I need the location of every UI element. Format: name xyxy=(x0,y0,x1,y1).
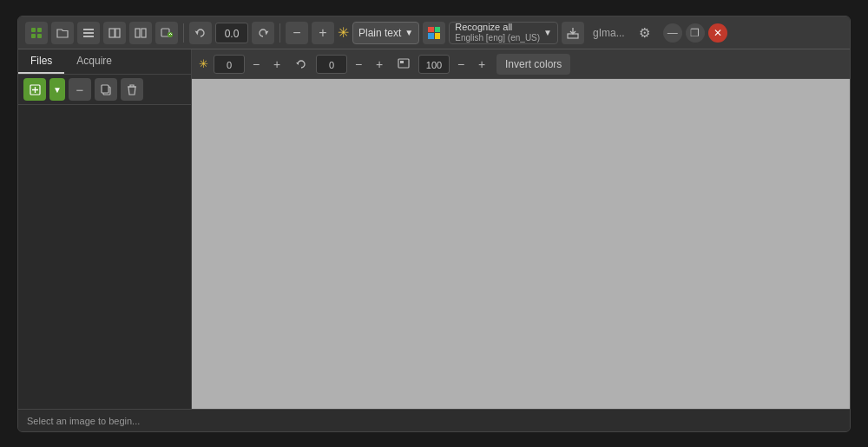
rotate-icon-btn[interactable] xyxy=(292,55,311,74)
dropdown-files-btn[interactable]: ▼ xyxy=(49,78,65,101)
recognize-line1: Recognize all xyxy=(455,22,540,33)
svg-rect-21 xyxy=(400,61,404,63)
zoom-value[interactable]: 100 xyxy=(418,55,450,74)
svg-rect-3 xyxy=(37,34,42,38)
color-squares-icon xyxy=(428,27,440,39)
svg-rect-9 xyxy=(135,29,140,37)
x-coord-group: 0 − + xyxy=(214,55,286,74)
y-minus-btn[interactable]: − xyxy=(349,55,368,74)
zoom-minus-btn[interactable]: − xyxy=(451,55,470,74)
minimize-btn[interactable]: — xyxy=(663,23,682,43)
recognize-line2: English [eng] (en_US) xyxy=(455,33,540,43)
title-bar: 0.0 − + ✳ Plain text ▼ Recognize all Eng… xyxy=(18,16,850,49)
close-btn[interactable]: ✕ xyxy=(708,23,727,43)
zoom-group: 100 − + xyxy=(418,55,491,74)
crosshair-icon: ✳ xyxy=(199,57,208,70)
copy-file-btn[interactable] xyxy=(95,78,117,101)
zoom-icon-btn[interactable] xyxy=(394,55,413,74)
sidebar-file-list xyxy=(18,105,191,409)
y-plus-btn[interactable]: + xyxy=(370,55,389,74)
status-bar: Select an image to begin... xyxy=(18,409,850,431)
zoom-in-btn[interactable]: + xyxy=(312,22,334,44)
export-btn[interactable] xyxy=(562,22,584,44)
x-minus-btn[interactable]: − xyxy=(247,55,266,74)
rotate-cw-btn[interactable] xyxy=(252,22,274,44)
recognize-dropdown[interactable]: Recognize all English [eng] (en_US) ▼ xyxy=(449,22,558,44)
dropdown-arrow-icon: ▼ xyxy=(404,28,413,37)
separator1 xyxy=(183,23,184,43)
status-text: Select an image to begin... xyxy=(27,416,140,426)
main-area: ✳ 0 − + 0 − + xyxy=(192,49,850,409)
svg-marker-19 xyxy=(296,62,299,65)
app-title: gIma... xyxy=(593,27,625,39)
toggle-btn2[interactable] xyxy=(103,22,126,44)
sidebar-tabs: Files Acquire xyxy=(18,49,191,75)
svg-point-12 xyxy=(168,32,173,37)
svg-rect-10 xyxy=(141,29,146,37)
color-squares-btn[interactable] xyxy=(423,22,445,44)
svg-rect-2 xyxy=(31,34,36,38)
svg-rect-1 xyxy=(37,28,42,32)
y-value[interactable]: 0 xyxy=(316,55,347,74)
asterisk-icon: ✳ xyxy=(338,24,349,41)
invert-colors-btn[interactable]: Invert colors xyxy=(496,54,570,75)
toggle-btn1[interactable] xyxy=(77,22,100,44)
svg-rect-5 xyxy=(83,32,94,34)
content-area: Files Acquire ▼ − ✳ xyxy=(18,49,850,409)
separator2 xyxy=(279,23,280,43)
plain-text-dropdown[interactable]: Plain text ▼ xyxy=(352,22,419,44)
toggle-btn3[interactable] xyxy=(129,22,152,44)
recognize-arrow-icon: ▼ xyxy=(543,28,552,37)
open-file-btn[interactable] xyxy=(51,22,74,44)
app-window: 0.0 − + ✳ Plain text ▼ Recognize all Eng… xyxy=(17,16,851,432)
image-btn[interactable] xyxy=(155,22,178,44)
restore-btn[interactable]: ❐ xyxy=(686,23,705,43)
tab-files[interactable]: Files xyxy=(18,49,64,74)
rotation-spinner: 0.0 xyxy=(215,23,248,43)
window-controls: — ❐ ✕ xyxy=(663,23,727,43)
recognize-text: Recognize all English [eng] (en_US) xyxy=(455,22,540,43)
app-icon-btn[interactable] xyxy=(25,22,48,44)
tab-acquire[interactable]: Acquire xyxy=(64,49,124,74)
remove-file-btn[interactable]: − xyxy=(69,78,91,101)
rotation-value[interactable]: 0.0 xyxy=(215,23,248,43)
x-plus-btn[interactable]: + xyxy=(267,55,286,74)
svg-rect-0 xyxy=(31,28,36,32)
svg-rect-18 xyxy=(102,85,108,93)
svg-rect-4 xyxy=(83,29,94,30)
svg-rect-8 xyxy=(115,29,120,37)
svg-rect-7 xyxy=(109,29,115,37)
svg-rect-6 xyxy=(83,36,94,37)
rotate-ccw-btn[interactable] xyxy=(189,22,212,44)
zoom-out-btn[interactable]: − xyxy=(286,22,308,44)
toolbar2: ✳ 0 − + 0 − + xyxy=(192,49,850,79)
add-file-btn[interactable] xyxy=(23,78,46,101)
sidebar-toolbar: ▼ − xyxy=(18,75,191,105)
x-value[interactable]: 0 xyxy=(214,55,245,74)
plain-text-label: Plain text xyxy=(358,27,401,39)
zoom-plus-btn[interactable]: + xyxy=(472,55,491,74)
y-coord-group: 0 − + xyxy=(316,55,389,74)
settings-btn[interactable]: ⚙ xyxy=(634,22,656,44)
canvas-area[interactable] xyxy=(192,79,850,409)
sidebar: Files Acquire ▼ − xyxy=(18,49,192,409)
clear-file-btn[interactable] xyxy=(121,78,143,101)
